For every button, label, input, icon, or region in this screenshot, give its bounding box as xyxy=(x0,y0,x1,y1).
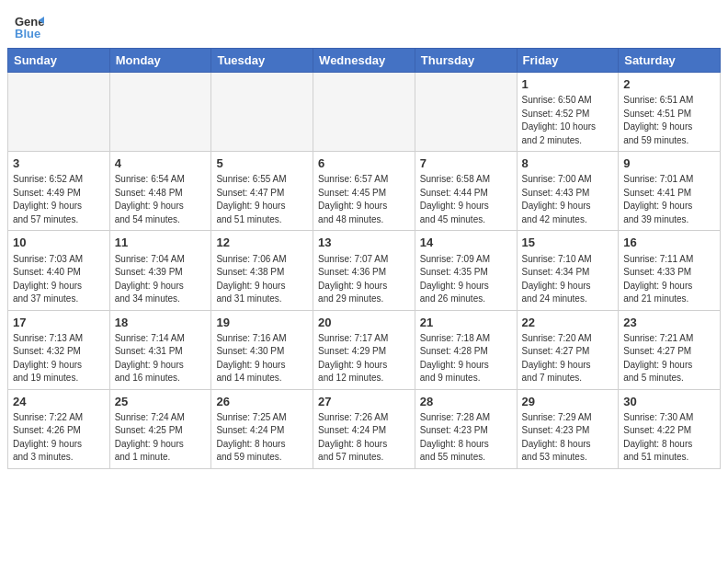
calendar-cell: 8Sunrise: 7:00 AMSunset: 4:43 PMDaylight… xyxy=(517,152,619,231)
calendar-cell: 19Sunrise: 7:16 AMSunset: 4:30 PMDayligh… xyxy=(211,310,313,389)
day-info: Sunrise: 7:06 AMSunset: 4:38 PMDaylight:… xyxy=(216,253,308,306)
day-number: 16 xyxy=(623,235,715,251)
day-number: 29 xyxy=(522,394,614,410)
calendar-cell: 9Sunrise: 7:01 AMSunset: 4:41 PMDaylight… xyxy=(619,152,721,231)
day-number: 26 xyxy=(216,394,308,410)
calendar-cell: 22Sunrise: 7:20 AMSunset: 4:27 PMDayligh… xyxy=(517,310,619,389)
calendar-cell: 20Sunrise: 7:17 AMSunset: 4:29 PMDayligh… xyxy=(313,310,415,389)
calendar-cell: 5Sunrise: 6:55 AMSunset: 4:47 PMDaylight… xyxy=(211,152,313,231)
calendar-cell xyxy=(109,73,211,152)
calendar-cell: 4Sunrise: 6:54 AMSunset: 4:48 PMDaylight… xyxy=(109,152,211,231)
calendar-row: 3Sunrise: 6:52 AMSunset: 4:49 PMDaylight… xyxy=(8,152,721,231)
day-number: 21 xyxy=(420,315,512,331)
svg-text:Blue: Blue xyxy=(15,27,40,40)
day-info: Sunrise: 7:30 AMSunset: 4:22 PMDaylight:… xyxy=(623,411,715,465)
day-info: Sunrise: 7:04 AMSunset: 4:39 PMDaylight:… xyxy=(115,253,207,306)
day-number: 13 xyxy=(318,235,410,251)
calendar-row: 1Sunrise: 6:50 AMSunset: 4:52 PMDaylight… xyxy=(8,73,721,152)
weekday-header-cell: Monday xyxy=(109,49,211,73)
calendar-cell: 11Sunrise: 7:04 AMSunset: 4:39 PMDayligh… xyxy=(109,231,211,310)
weekday-header-cell: Thursday xyxy=(415,49,517,73)
calendar-cell: 30Sunrise: 7:30 AMSunset: 4:22 PMDayligh… xyxy=(619,389,721,468)
calendar-cell: 24Sunrise: 7:22 AMSunset: 4:26 PMDayligh… xyxy=(8,389,110,468)
day-info: Sunrise: 7:01 AMSunset: 4:41 PMDaylight:… xyxy=(623,173,715,226)
day-info: Sunrise: 7:10 AMSunset: 4:34 PMDaylight:… xyxy=(522,253,614,306)
day-info: Sunrise: 7:00 AMSunset: 4:43 PMDaylight:… xyxy=(522,173,614,226)
day-info: Sunrise: 7:21 AMSunset: 4:27 PMDaylight:… xyxy=(623,332,715,385)
calendar-row: 17Sunrise: 7:13 AMSunset: 4:32 PMDayligh… xyxy=(8,310,721,389)
day-number: 25 xyxy=(115,394,207,410)
day-number: 9 xyxy=(623,155,715,172)
calendar-cell: 12Sunrise: 7:06 AMSunset: 4:38 PMDayligh… xyxy=(211,231,313,310)
calendar-cell: 10Sunrise: 7:03 AMSunset: 4:40 PMDayligh… xyxy=(8,231,110,310)
day-number: 4 xyxy=(115,155,207,172)
day-info: Sunrise: 7:07 AMSunset: 4:36 PMDaylight:… xyxy=(318,253,410,306)
day-info: Sunrise: 7:14 AMSunset: 4:31 PMDaylight:… xyxy=(115,332,207,385)
day-info: Sunrise: 7:17 AMSunset: 4:29 PMDaylight:… xyxy=(318,332,410,385)
day-number: 23 xyxy=(623,315,715,331)
calendar-cell: 6Sunrise: 6:57 AMSunset: 4:45 PMDaylight… xyxy=(313,152,415,231)
calendar-cell xyxy=(8,73,110,152)
day-info: Sunrise: 7:24 AMSunset: 4:25 PMDaylight:… xyxy=(115,411,207,465)
calendar-cell: 26Sunrise: 7:25 AMSunset: 4:24 PMDayligh… xyxy=(211,389,313,468)
calendar-cell: 16Sunrise: 7:11 AMSunset: 4:33 PMDayligh… xyxy=(619,231,721,310)
day-info: Sunrise: 7:20 AMSunset: 4:27 PMDaylight:… xyxy=(522,332,614,385)
day-info: Sunrise: 7:16 AMSunset: 4:30 PMDaylight:… xyxy=(216,332,308,385)
day-number: 27 xyxy=(318,394,410,410)
day-info: Sunrise: 7:13 AMSunset: 4:32 PMDaylight:… xyxy=(13,332,105,385)
day-number: 18 xyxy=(115,315,207,331)
day-number: 1 xyxy=(522,76,614,93)
day-info: Sunrise: 6:58 AMSunset: 4:44 PMDaylight:… xyxy=(420,173,512,226)
calendar-cell: 23Sunrise: 7:21 AMSunset: 4:27 PMDayligh… xyxy=(619,310,721,389)
day-number: 30 xyxy=(623,394,715,410)
day-info: Sunrise: 7:22 AMSunset: 4:26 PMDaylight:… xyxy=(13,411,105,465)
weekday-header-cell: Wednesday xyxy=(313,49,415,73)
day-number: 14 xyxy=(420,235,512,251)
logo-icon: General Blue xyxy=(15,13,44,42)
day-info: Sunrise: 7:28 AMSunset: 4:23 PMDaylight:… xyxy=(420,411,512,465)
day-info: Sunrise: 6:51 AMSunset: 4:51 PMDaylight:… xyxy=(623,94,715,147)
calendar-wrapper: SundayMondayTuesdayWednesdayThursdayFrid… xyxy=(0,48,728,477)
day-number: 22 xyxy=(522,315,614,331)
calendar-cell: 13Sunrise: 7:07 AMSunset: 4:36 PMDayligh… xyxy=(313,231,415,310)
day-number: 19 xyxy=(216,315,308,331)
day-number: 12 xyxy=(216,235,308,251)
calendar-cell: 17Sunrise: 7:13 AMSunset: 4:32 PMDayligh… xyxy=(8,310,110,389)
calendar-cell: 21Sunrise: 7:18 AMSunset: 4:28 PMDayligh… xyxy=(415,310,517,389)
day-number: 3 xyxy=(13,155,105,172)
day-number: 15 xyxy=(522,235,614,251)
calendar-cell: 29Sunrise: 7:29 AMSunset: 4:23 PMDayligh… xyxy=(517,389,619,468)
day-number: 7 xyxy=(420,155,512,172)
day-info: Sunrise: 7:29 AMSunset: 4:23 PMDaylight:… xyxy=(522,411,614,465)
day-info: Sunrise: 6:50 AMSunset: 4:52 PMDaylight:… xyxy=(522,94,614,147)
logo: General Blue xyxy=(15,13,48,42)
day-info: Sunrise: 7:11 AMSunset: 4:33 PMDaylight:… xyxy=(623,253,715,306)
header: General Blue xyxy=(0,0,728,48)
day-info: Sunrise: 7:26 AMSunset: 4:24 PMDaylight:… xyxy=(318,411,410,465)
day-number: 6 xyxy=(318,155,410,172)
calendar-cell xyxy=(313,73,415,152)
weekday-header: SundayMondayTuesdayWednesdayThursdayFrid… xyxy=(8,49,721,73)
calendar-cell xyxy=(211,73,313,152)
day-info: Sunrise: 7:03 AMSunset: 4:40 PMDaylight:… xyxy=(13,253,105,306)
calendar-body: 1Sunrise: 6:50 AMSunset: 4:52 PMDaylight… xyxy=(8,73,721,469)
calendar-cell: 1Sunrise: 6:50 AMSunset: 4:52 PMDaylight… xyxy=(517,73,619,152)
day-info: Sunrise: 7:09 AMSunset: 4:35 PMDaylight:… xyxy=(420,253,512,306)
day-info: Sunrise: 7:18 AMSunset: 4:28 PMDaylight:… xyxy=(420,332,512,385)
day-number: 17 xyxy=(13,315,105,331)
day-number: 2 xyxy=(623,76,715,93)
day-number: 8 xyxy=(522,155,614,172)
calendar-cell: 14Sunrise: 7:09 AMSunset: 4:35 PMDayligh… xyxy=(415,231,517,310)
calendar-table: SundayMondayTuesdayWednesdayThursdayFrid… xyxy=(7,48,721,469)
weekday-header-cell: Tuesday xyxy=(211,49,313,73)
calendar-cell: 28Sunrise: 7:28 AMSunset: 4:23 PMDayligh… xyxy=(415,389,517,468)
day-number: 5 xyxy=(216,155,308,172)
day-number: 10 xyxy=(13,235,105,251)
calendar-cell: 25Sunrise: 7:24 AMSunset: 4:25 PMDayligh… xyxy=(109,389,211,468)
weekday-header-cell: Sunday xyxy=(8,49,110,73)
day-info: Sunrise: 6:55 AMSunset: 4:47 PMDaylight:… xyxy=(216,173,308,226)
calendar-cell xyxy=(415,73,517,152)
day-info: Sunrise: 6:57 AMSunset: 4:45 PMDaylight:… xyxy=(318,173,410,226)
weekday-header-cell: Friday xyxy=(517,49,619,73)
calendar-row: 10Sunrise: 7:03 AMSunset: 4:40 PMDayligh… xyxy=(8,231,721,310)
